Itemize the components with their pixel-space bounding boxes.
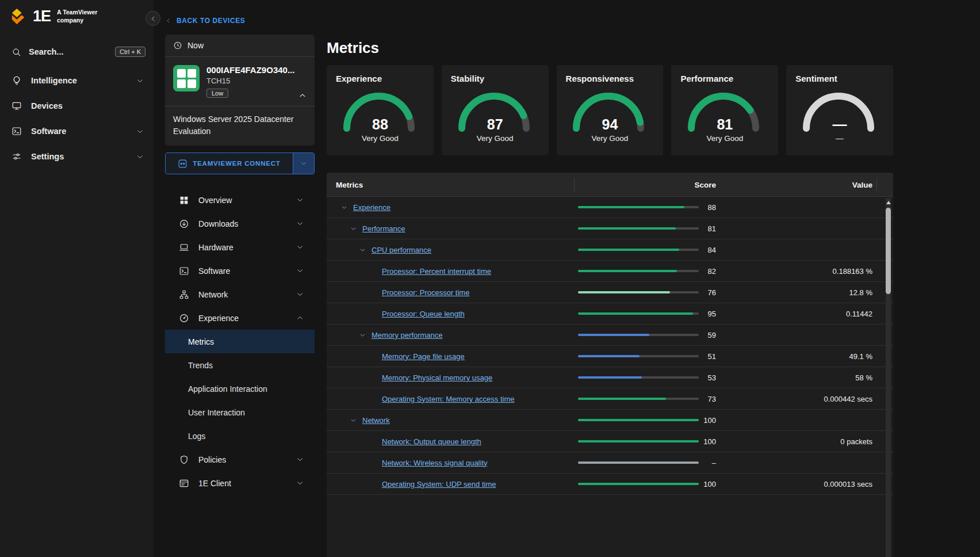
metric-link[interactable]: Memory: Physical memory usage — [382, 373, 492, 382]
nav-subitem-metrics[interactable]: Metrics — [165, 330, 315, 353]
risk-badge: Low — [206, 89, 228, 98]
sidebar-item-settings[interactable]: Settings — [0, 144, 154, 169]
nav-item-label: Overview — [198, 196, 232, 205]
value-cell: 0.000013 secs — [824, 480, 872, 489]
brand-name: 1E — [33, 7, 51, 25]
metric-link[interactable]: Operating System: UDP send time — [382, 480, 496, 489]
nav-item-hardware[interactable]: Hardware — [165, 235, 315, 259]
software-icon — [12, 126, 22, 136]
metric-link[interactable]: Network: Output queue length — [382, 437, 481, 446]
value-cell: 49.1 % — [849, 352, 872, 361]
downloads-icon — [179, 219, 189, 229]
nav-subitem-user-interaction[interactable]: User Interaction — [165, 400, 315, 424]
nav-subitem-label: Application Interaction — [188, 384, 267, 394]
metric-link[interactable]: Performance — [362, 224, 405, 233]
nav-item-overview[interactable]: Overview — [165, 188, 315, 212]
nav-item-software[interactable]: Software — [165, 259, 315, 283]
settings-icon — [12, 151, 22, 162]
gauge-card-performance: Performance81Very Good — [671, 65, 778, 155]
experience-icon — [179, 313, 189, 323]
table-row: Processor: Queue length950.11442 — [327, 303, 893, 325]
table-scrollbar[interactable] — [886, 198, 891, 557]
score-cell: 81 — [641, 224, 716, 233]
nav-subitem-application-interaction[interactable]: Application Interaction — [165, 377, 315, 400]
chevron-left-icon — [165, 17, 172, 24]
sidebar-item-software[interactable]: Software — [0, 119, 154, 144]
device-card: Now 000IAFE4FAZ9O340... TCH15 Low Window… — [165, 35, 315, 146]
gauge-label: Very Good — [680, 134, 769, 143]
metric-link[interactable]: Processor: Queue length — [382, 310, 465, 318]
sidebar-item-devices[interactable]: Devices — [0, 93, 154, 119]
main-content: Metrics Experience88Very GoodStability87… — [327, 0, 893, 557]
nav-item-label: Downloads — [198, 219, 238, 228]
teamviewer-connect-dropdown[interactable] — [293, 153, 314, 174]
nav-item-policies[interactable]: Policies — [165, 448, 315, 471]
policies-icon — [179, 455, 189, 465]
metric-link[interactable]: Experience — [353, 203, 391, 212]
metric-link[interactable]: CPU performance — [372, 246, 431, 254]
score-cell: 100 — [641, 437, 716, 446]
teamviewer-icon — [178, 159, 187, 169]
metric-link[interactable]: Memory performance — [372, 331, 443, 339]
gauge-title: Stability — [451, 74, 539, 83]
chevron-down-icon — [296, 290, 304, 299]
nav-item-experience[interactable]: Experience — [165, 306, 315, 330]
metric-link[interactable]: Memory: Page file usage — [382, 352, 465, 361]
search-input[interactable]: Search... Ctrl + K — [0, 39, 154, 64]
chevron-down-icon[interactable] — [350, 225, 357, 232]
column-header-score: Score — [641, 173, 716, 197]
score-cell: 82 — [641, 267, 716, 276]
teamviewer-connect-button[interactable]: TEAMVIEWER CONNECT — [165, 152, 315, 174]
chevron-down-icon[interactable] — [350, 417, 357, 424]
score-cell: 88 — [641, 203, 716, 212]
gauge-label: — — [795, 134, 884, 143]
page-title: Metrics — [327, 39, 379, 57]
nav-item-network[interactable]: Network — [165, 283, 315, 306]
nav-subitem-label: Metrics — [188, 337, 214, 346]
scrollbar-thumb[interactable] — [886, 208, 891, 294]
table-row: Processor: Processor time7612.8 % — [327, 282, 893, 303]
column-header-metrics: Metrics — [336, 173, 363, 197]
metric-link[interactable]: Processor: Processor time — [382, 288, 469, 297]
chevron-down-icon — [296, 266, 304, 275]
table-row: Processor: Percent interrupt time820.188… — [327, 261, 893, 282]
chevron-up-icon[interactable] — [298, 91, 307, 100]
back-to-devices-link[interactable]: BACK TO DEVICES — [165, 17, 315, 25]
chevron-down-icon[interactable] — [359, 331, 366, 339]
table-row: Memory: Page file usage5149.1 % — [327, 346, 893, 367]
nav-subitem-label: User Interaction — [188, 408, 245, 417]
metric-link[interactable]: Network — [362, 416, 390, 425]
score-cell: 84 — [641, 246, 716, 254]
metric-link[interactable]: Processor: Percent interrupt time — [382, 267, 491, 276]
sidebar-nav: IntelligenceDevicesSoftwareSettings — [0, 68, 154, 169]
sidebar-collapse-button[interactable] — [146, 11, 160, 26]
nav-subitem-trends[interactable]: Trends — [165, 353, 315, 377]
gauge-title: Responsiveness — [566, 74, 654, 83]
table-header: Metrics Score Value — [327, 173, 893, 197]
score-cell: 73 — [641, 395, 716, 403]
nav-item-downloads[interactable]: Downloads — [165, 212, 315, 235]
chevron-down-icon — [136, 152, 144, 161]
brand: 1E A TeamViewercompany — [0, 0, 154, 31]
value-cell: 0.000442 secs — [824, 395, 872, 403]
chevron-down-icon[interactable] — [359, 246, 366, 254]
nav-item-1e-client[interactable]: 1E Client — [165, 471, 315, 495]
sidebar-item-label: Settings — [31, 152, 64, 161]
gauge-title: Performance — [680, 74, 769, 83]
chevron-down-icon[interactable] — [340, 204, 348, 211]
teamviewer-connect-main[interactable]: TEAMVIEWER CONNECT — [166, 153, 293, 174]
value-cell: 0.188163 % — [833, 267, 872, 276]
table-row: Memory performance59 — [327, 325, 893, 346]
sidebar-item-intelligence[interactable]: Intelligence — [0, 68, 154, 93]
gauge: 94 — [569, 89, 650, 131]
score-cell: – — [641, 459, 716, 467]
metric-link[interactable]: Operating System: Memory access time — [382, 395, 514, 403]
nav-subitem-logs[interactable]: Logs — [165, 424, 315, 448]
chevron-up-icon — [296, 314, 304, 322]
network-icon — [179, 289, 189, 300]
value-cell: 0 packets — [840, 437, 872, 446]
metric-link[interactable]: Network: Wireless signal quality — [382, 459, 488, 467]
column-header-value: Value — [852, 173, 872, 197]
device-nav: OverviewDownloadsHardwareSoftwareNetwork… — [165, 188, 315, 495]
scroll-up-arrow-icon[interactable] — [886, 201, 891, 204]
